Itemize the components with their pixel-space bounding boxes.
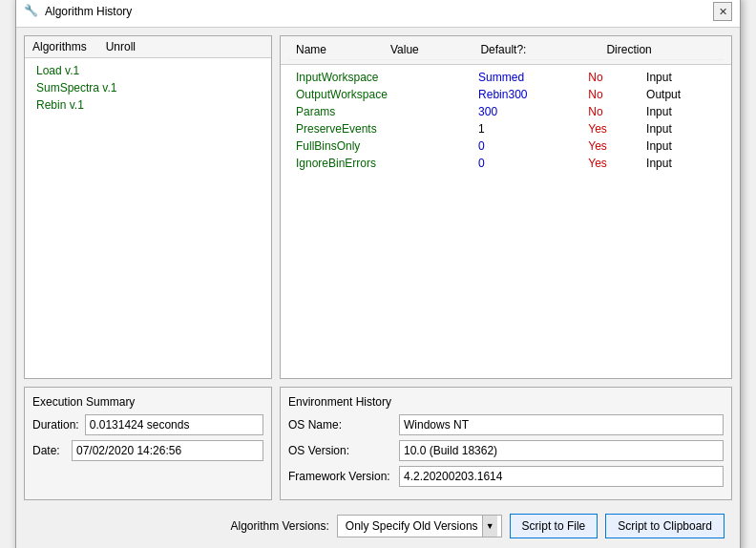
algorithms-list: Load v.1 SumSpectra v.1 Rebin v.1 [25, 58, 271, 371]
window-title: Algorithm History [45, 5, 132, 18]
prop-direction-cell: Input [639, 69, 724, 86]
algorithms-panel: Algorithms Unroll Load v.1 SumSpectra v.… [24, 35, 272, 379]
properties-body: InputWorkspaceSummedNoInputOutputWorkspa… [281, 65, 731, 378]
execution-summary-title: Execution Summary [32, 395, 263, 409]
name-col-header: Name [288, 40, 383, 60]
prop-default-cell: Yes [580, 137, 639, 155]
prop-direction-cell: Input [639, 103, 724, 120]
script-to-clipboard-button[interactable]: Script to Clipboard [605, 514, 724, 538]
prop-value-cell: 0 [471, 155, 580, 172]
direction-col-header: Direction [598, 40, 724, 60]
bottom-sections: Execution Summary Duration: Date: Enviro… [24, 387, 732, 500]
framework-version-row: Framework Version: [288, 466, 724, 487]
properties-panel-header: Name Value Default?: Direction [281, 36, 731, 65]
env-history-title: Environment History [288, 395, 724, 409]
prop-default-cell: No [580, 86, 639, 103]
env-history: Environment History OS Name: OS Version:… [280, 387, 732, 500]
prop-default-cell: No [580, 103, 639, 120]
table-row: Params300NoInput [288, 103, 724, 120]
prop-direction-cell: Input [639, 120, 724, 137]
script-to-file-button[interactable]: Script to File [510, 514, 598, 538]
duration-label: Duration: [32, 418, 79, 432]
list-item[interactable]: Rebin v.1 [32, 96, 263, 114]
os-version-label: OS Version: [288, 444, 393, 457]
prop-value-cell: 1 [471, 120, 580, 137]
footer: Algorithm Versions: Only Specify Old Ver… [24, 508, 732, 544]
prop-name-cell: OutputWorkspace [288, 86, 471, 103]
properties-table: InputWorkspaceSummedNoInputOutputWorkspa… [288, 69, 724, 172]
properties-header-table: Name Value Default?: Direction [288, 40, 724, 60]
framework-version-label: Framework Version: [288, 470, 393, 483]
prop-value-cell: Rebin300 [471, 86, 580, 103]
list-item[interactable]: Load v.1 [32, 62, 263, 79]
main-content: Algorithms Unroll Load v.1 SumSpectra v.… [16, 28, 740, 549]
app-icon: 🔧 [24, 4, 39, 19]
algo-versions-value: Only Specify Old Versions [342, 519, 482, 533]
os-name-row: OS Name: [288, 414, 724, 435]
date-input[interactable] [72, 440, 263, 461]
algo-versions-label: Algorithm Versions: [230, 519, 328, 533]
table-row: InputWorkspaceSummedNoInput [288, 69, 724, 86]
prop-direction-cell: Input [639, 137, 724, 155]
table-row: PreserveEvents1YesInput [288, 120, 724, 137]
default-col-header: Default?: [472, 40, 598, 60]
os-name-label: OS Name: [288, 418, 393, 432]
unroll-col-header: Unroll [106, 40, 155, 53]
prop-name-cell: IgnoreBinErrors [288, 155, 471, 172]
title-bar-left: 🔧 Algorithm History [24, 4, 132, 19]
prop-name-cell: InputWorkspace [288, 69, 471, 86]
prop-direction-cell: Output [639, 86, 724, 103]
duration-input[interactable] [85, 414, 263, 435]
table-row: FullBinsOnly0YesInput [288, 137, 724, 155]
dropdown-arrow-icon[interactable]: ▼ [482, 516, 497, 537]
main-window: 🔧 Algorithm History ✕ Algorithms Unroll … [15, 0, 741, 548]
prop-name-cell: Params [288, 103, 471, 120]
prop-name-cell: PreserveEvents [288, 120, 471, 137]
prop-direction-cell: Input [639, 155, 724, 172]
prop-value-cell: 300 [471, 103, 580, 120]
prop-value-cell: 0 [471, 137, 580, 155]
date-label: Date: [32, 444, 66, 457]
duration-row: Duration: [32, 414, 263, 435]
date-row: Date: [32, 440, 263, 461]
prop-value-cell: Summed [471, 69, 580, 86]
os-version-row: OS Version: [288, 440, 724, 461]
table-row: OutputWorkspaceRebin300NoOutput [288, 86, 724, 103]
prop-default-cell: Yes [580, 120, 639, 137]
execution-summary: Execution Summary Duration: Date: [24, 387, 272, 500]
properties-panel: Name Value Default?: Direction InputWork… [280, 35, 732, 379]
list-item[interactable]: SumSpectra v.1 [32, 79, 263, 96]
os-version-input[interactable] [399, 440, 724, 461]
value-col-header: Value [383, 40, 472, 60]
framework-version-input[interactable] [399, 466, 724, 487]
top-panels: Algorithms Unroll Load v.1 SumSpectra v.… [24, 35, 732, 379]
table-row: IgnoreBinErrors0YesInput [288, 155, 724, 172]
close-button[interactable]: ✕ [713, 2, 732, 21]
algorithms-col-header: Algorithms [32, 40, 106, 53]
os-name-input[interactable] [399, 414, 724, 435]
prop-default-cell: No [580, 69, 639, 86]
title-bar: 🔧 Algorithm History ✕ [16, 0, 740, 28]
prop-name-cell: FullBinsOnly [288, 137, 471, 155]
prop-default-cell: Yes [580, 155, 639, 172]
algo-versions-dropdown[interactable]: Only Specify Old Versions ▼ [337, 515, 502, 537]
algorithms-panel-header: Algorithms Unroll [25, 36, 271, 58]
